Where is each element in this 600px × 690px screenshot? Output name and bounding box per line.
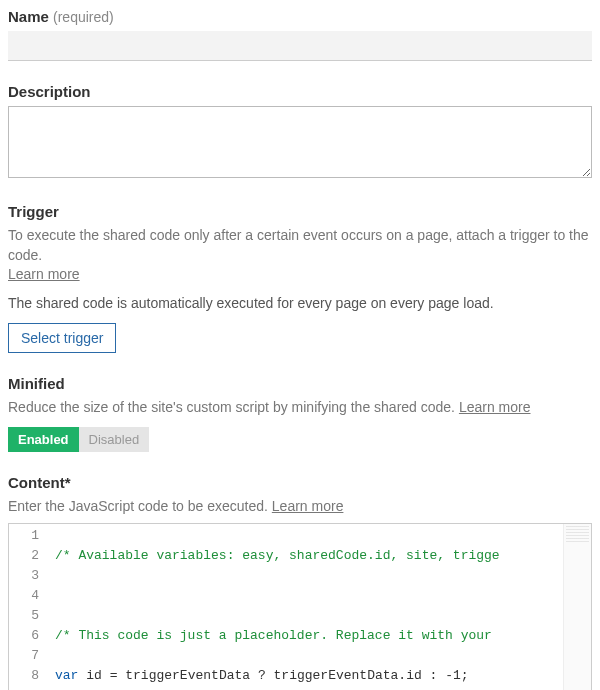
name-required-hint: (required) bbox=[53, 9, 114, 25]
code-keyword: var bbox=[55, 668, 78, 683]
description-field-group: Description bbox=[8, 83, 592, 181]
code-number: -1 bbox=[445, 668, 461, 683]
minified-field-group: Minified Reduce the size of the site's c… bbox=[8, 375, 592, 453]
content-label: Content* bbox=[8, 474, 592, 491]
minified-help-text: Reduce the size of the site's custom scr… bbox=[8, 399, 455, 415]
minimap-overview bbox=[566, 526, 589, 542]
content-help-text: Enter the JavaScript code to be executed… bbox=[8, 498, 268, 514]
code-comment: /* Available variables: easy, sharedCode… bbox=[55, 548, 500, 563]
line-number: 3 bbox=[15, 566, 39, 586]
name-field-group: Name (required) bbox=[8, 8, 592, 61]
content-field-group: Content* Enter the JavaScript code to be… bbox=[8, 474, 592, 690]
trigger-label: Trigger bbox=[8, 203, 592, 220]
line-number: 7 bbox=[15, 646, 39, 666]
description-label: Description bbox=[8, 83, 592, 100]
content-help: Enter the JavaScript code to be executed… bbox=[8, 497, 592, 517]
code-minimap bbox=[563, 524, 591, 690]
line-number: 9 bbox=[15, 686, 39, 690]
code-id: id bbox=[86, 668, 102, 683]
trigger-help: To execute the shared code only after a … bbox=[8, 226, 592, 285]
name-label-text: Name bbox=[8, 8, 49, 25]
line-number: 8 bbox=[15, 666, 39, 686]
trigger-learn-more-link[interactable]: Learn more bbox=[8, 266, 80, 282]
line-number: 4 bbox=[15, 586, 39, 606]
minified-help: Reduce the size of the site's custom scr… bbox=[8, 398, 592, 418]
content-learn-more-link[interactable]: Learn more bbox=[272, 498, 344, 514]
code-area[interactable]: /* Available variables: easy, sharedCode… bbox=[49, 524, 563, 690]
code-id: triggerEventData bbox=[274, 668, 399, 683]
minified-learn-more-link[interactable]: Learn more bbox=[459, 399, 531, 415]
minified-enabled-button[interactable]: Enabled bbox=[8, 427, 79, 452]
line-number: 6 bbox=[15, 626, 39, 646]
trigger-help-text: To execute the shared code only after a … bbox=[8, 227, 589, 263]
name-input[interactable] bbox=[8, 31, 592, 61]
trigger-subtext: The shared code is automatically execute… bbox=[8, 295, 592, 311]
minified-disabled-button[interactable]: Disabled bbox=[79, 427, 150, 452]
select-trigger-button[interactable]: Select trigger bbox=[8, 323, 116, 353]
line-number: 1 bbox=[15, 526, 39, 546]
code-gutter: 1 2 3 4 5 6 7 8 9 10 bbox=[9, 524, 49, 690]
description-textarea[interactable] bbox=[8, 106, 592, 178]
name-label: Name (required) bbox=[8, 8, 592, 25]
code-comment: /* This code is just a placeholder. Repl… bbox=[55, 628, 492, 643]
code-editor[interactable]: 1 2 3 4 5 6 7 8 9 10 /* Available variab… bbox=[8, 523, 592, 690]
code-id: triggerEventData bbox=[125, 668, 250, 683]
code-id: .id bbox=[398, 668, 421, 683]
line-number: 5 bbox=[15, 606, 39, 626]
minified-label: Minified bbox=[8, 375, 592, 392]
minified-toggle: Enabled Disabled bbox=[8, 427, 149, 452]
line-number: 2 bbox=[15, 546, 39, 566]
trigger-field-group: Trigger To execute the shared code only … bbox=[8, 203, 592, 353]
